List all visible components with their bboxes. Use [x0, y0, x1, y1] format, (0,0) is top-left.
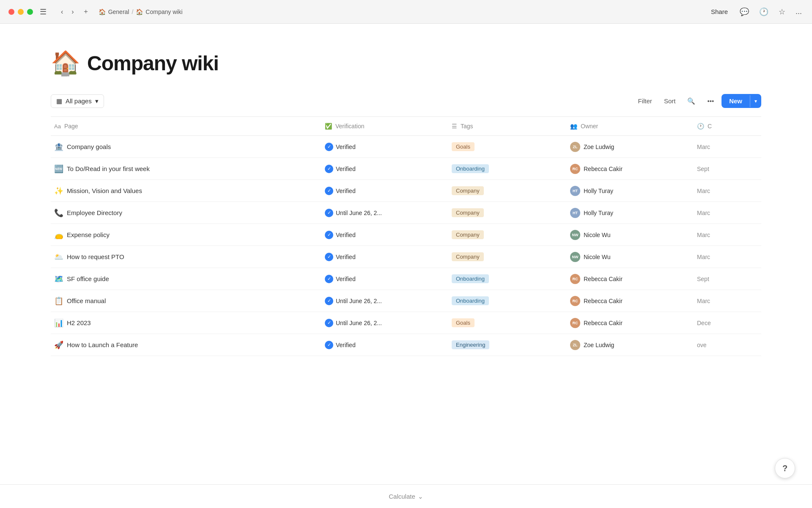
cell-verification: ✓ Verified — [321, 226, 448, 243]
sidebar-toggle-button[interactable]: ☰ — [38, 6, 48, 18]
col-date: 🕐 C — [694, 121, 761, 131]
new-dropdown-button[interactable]: ▾ — [750, 95, 761, 108]
cell-tag: Company — [448, 226, 567, 243]
verification-text: Verified — [336, 254, 356, 260]
back-button[interactable]: ‹ — [58, 6, 66, 17]
calculate-chevron: ⌄ — [418, 493, 423, 500]
row-icon: 👝 — [54, 230, 63, 240]
breadcrumb-general[interactable]: General — [108, 8, 129, 15]
comments-icon[interactable]: 💬 — [738, 6, 751, 18]
table-row[interactable]: 🆕 To Do/Read in your first week ✓ Verifi… — [51, 158, 761, 180]
avatar: ZL — [570, 142, 580, 152]
tag-badge: Company — [452, 186, 484, 195]
tag-badge: Goals — [452, 318, 475, 327]
verification-badge: ✓ Verified — [325, 143, 356, 151]
cell-tag: Goals — [448, 314, 567, 331]
breadcrumb-page[interactable]: Company wiki — [145, 8, 182, 15]
minimize-button[interactable] — [18, 9, 24, 15]
cell-tag: Onboarding — [448, 292, 567, 309]
verification-text: Verified — [336, 276, 356, 282]
page-title-area: 🏠 Company wiki — [51, 49, 761, 77]
history-icon[interactable]: 🕐 — [757, 6, 770, 18]
table-row[interactable]: 🌥️ How to request PTO ✓ Verified Company… — [51, 246, 761, 268]
owner-name: Rebecca Cakir — [584, 298, 623, 304]
cell-verification: ✓ Verified — [321, 271, 448, 287]
avatar: NW — [570, 230, 580, 240]
calculate-button[interactable]: Calculate ⌄ — [389, 493, 423, 500]
verification-text: Until June 26, 2... — [336, 210, 382, 216]
row-name: Employee Directory — [67, 209, 122, 216]
view-selector-button[interactable]: ▦ All pages ▾ — [51, 94, 104, 108]
cell-verification: ✓ Until June 26, 2... — [321, 293, 448, 309]
favorite-icon[interactable]: ☆ — [777, 6, 787, 18]
check-icon: ✓ — [325, 297, 333, 305]
cell-page: 📞 Employee Directory — [51, 204, 321, 222]
table-row[interactable]: 🏦 Company goals ✓ Verified Goals ZL Zoe … — [51, 136, 761, 158]
date-value: Marc — [697, 298, 710, 304]
new-tab-button[interactable]: ＋ — [80, 6, 92, 18]
avatar: NW — [570, 252, 580, 262]
col-owner-label: Owner — [581, 123, 598, 130]
check-icon: ✓ — [325, 275, 333, 283]
verification-text: Verified — [336, 232, 356, 238]
view-chevron-icon: ▾ — [95, 97, 99, 105]
verification-text: Verified — [336, 144, 356, 150]
table-row[interactable]: 🚀 How to Launch a Feature ✓ Verified Eng… — [51, 334, 761, 356]
owner-name: Holly Turay — [584, 210, 613, 216]
date-value: Marc — [697, 254, 710, 260]
row-icon: 📊 — [54, 318, 63, 328]
close-button[interactable] — [8, 9, 14, 15]
cell-date: Sept — [694, 271, 761, 287]
cell-page: 📊 H2 2023 — [51, 314, 321, 332]
row-name: Company goals — [67, 143, 111, 150]
tag-badge: Company — [452, 252, 484, 261]
more-options-button[interactable]: ••• — [703, 95, 718, 107]
breadcrumb: 🏠 General / 🏠 Company wiki — [99, 8, 183, 15]
new-button[interactable]: New — [721, 94, 750, 108]
cell-date: Marc — [694, 183, 761, 199]
verification-badge: ✓ Until June 26, 2... — [325, 297, 382, 305]
tag-badge: Onboarding — [452, 164, 489, 173]
cell-owner: RC Rebecca Cakir — [567, 160, 694, 178]
table-body: 🏦 Company goals ✓ Verified Goals ZL Zoe … — [51, 136, 761, 356]
table-row[interactable]: ✨ Mission, Vision and Values ✓ Verified … — [51, 180, 761, 202]
table-row[interactable]: 📞 Employee Directory ✓ Until June 26, 2.… — [51, 202, 761, 224]
filter-button[interactable]: Filter — [634, 95, 656, 107]
table-row[interactable]: 📋 Office manual ✓ Until June 26, 2... On… — [51, 290, 761, 312]
table-row[interactable]: 📊 H2 2023 ✓ Until June 26, 2... Goals RC… — [51, 312, 761, 334]
cell-date: Sept — [694, 161, 761, 177]
cell-verification: ✓ Until June 26, 2... — [321, 204, 448, 221]
cell-tag: Goals — [448, 138, 567, 155]
search-button[interactable]: 🔍 — [683, 95, 700, 108]
forward-button[interactable]: › — [69, 6, 76, 17]
verification-badge: ✓ Verified — [325, 253, 356, 261]
help-button[interactable]: ? — [775, 458, 795, 478]
date-value: Marc — [697, 188, 710, 194]
verification-badge: ✓ Verified — [325, 341, 356, 349]
cell-date: Marc — [694, 293, 761, 309]
tag-badge: Onboarding — [452, 274, 489, 283]
table-row[interactable]: 👝 Expense policy ✓ Verified Company NW N… — [51, 224, 761, 246]
verification-text: Verified — [336, 342, 356, 348]
cell-date: Marc — [694, 139, 761, 155]
titlebar: ☰ ‹ › ＋ 🏠 General / 🏠 Company wiki Share… — [0, 0, 812, 24]
row-icon: ✨ — [54, 186, 63, 196]
table-row[interactable]: 🗺️ SF office guide ✓ Verified Onboarding… — [51, 268, 761, 290]
date-value: ove — [697, 342, 707, 348]
cell-date: ove — [694, 337, 761, 353]
maximize-button[interactable] — [27, 9, 33, 15]
share-button[interactable]: Share — [708, 6, 731, 17]
breadcrumb-separator: / — [132, 8, 133, 15]
tag-badge: Company — [452, 230, 484, 239]
cell-verification: ✓ Verified — [321, 138, 448, 155]
avatar: RC — [570, 318, 580, 328]
sort-button[interactable]: Sort — [660, 95, 680, 107]
col-verification-icon: ✅ — [325, 123, 332, 130]
check-icon: ✓ — [325, 187, 333, 195]
row-name: H2 2023 — [67, 319, 91, 326]
verification-badge: ✓ Verified — [325, 231, 356, 239]
more-button[interactable]: ... — [794, 6, 804, 18]
col-page-label: Page — [64, 123, 78, 130]
cell-owner: RC Rebecca Cakir — [567, 270, 694, 288]
cell-tag: Company — [448, 204, 567, 221]
